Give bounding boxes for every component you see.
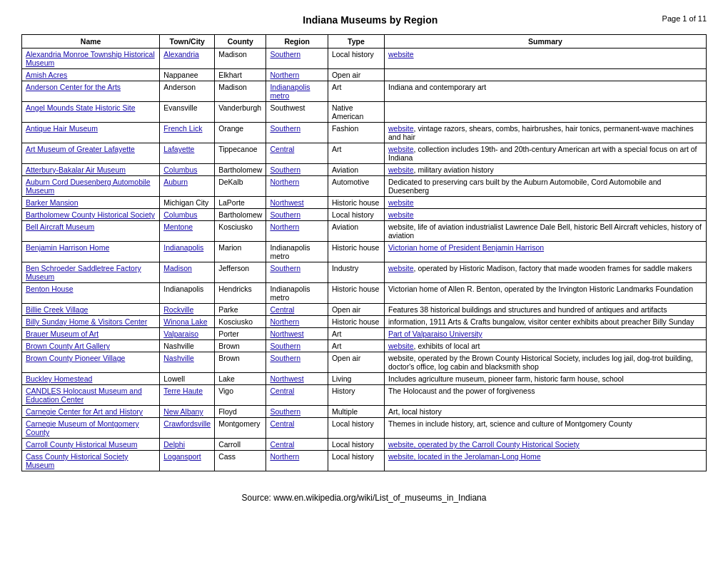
cell-town: New Albany [160, 406, 215, 418]
region-link[interactable]: Southern [270, 354, 300, 362]
museum-name-link[interactable]: Brauer Museum of Art [26, 329, 98, 338]
cell-summary [385, 69, 707, 81]
region-link[interactable]: Central [270, 387, 294, 395]
town-link[interactable]: Terre Haute [163, 387, 203, 395]
region-link[interactable]: Southern [270, 165, 300, 174]
museum-name-link[interactable]: Atterbury-Bakalar Air Museum [26, 165, 126, 174]
region-link[interactable]: Northern [270, 71, 299, 79]
museum-name-link[interactable]: Auburn Cord Duesenberg Automobile Museum [26, 178, 151, 195]
town-link[interactable]: Alexandria [163, 50, 199, 58]
town-link[interactable]: New Albany [163, 407, 203, 416]
cell-county: Vigo [215, 385, 266, 406]
summary-partial-link[interactable]: website [388, 165, 414, 174]
town-link[interactable]: Crawfordsville [163, 419, 211, 428]
town-link[interactable]: Madison [163, 264, 192, 272]
summary-link[interactable]: website, operated by the Carroll County … [388, 440, 580, 449]
museum-name-link[interactable]: Buckley Homestead [26, 374, 92, 383]
town-link[interactable]: Lafayette [163, 145, 194, 153]
page-number: Page 1 of 11 [662, 14, 707, 23]
town-link[interactable]: Valparaiso [163, 329, 198, 338]
cell-town: Nappanee [160, 69, 215, 81]
summary-partial-link[interactable]: website [388, 342, 414, 350]
region-link[interactable]: Northwest [270, 329, 303, 338]
town-link[interactable]: French Lick [163, 124, 202, 133]
museum-name-link[interactable]: Bartholomew County Historical Society [26, 210, 155, 219]
museum-name-link[interactable]: Billy Sunday Home & Visitors Center [26, 317, 147, 326]
summary-link[interactable]: website, located in the Jerolaman-Long H… [388, 452, 541, 461]
museum-name-link[interactable]: Barker Mansion [26, 198, 79, 207]
region-link[interactable]: Northern [270, 317, 299, 326]
summary-link[interactable]: website [388, 210, 414, 219]
region-link[interactable]: Central [270, 419, 294, 428]
cell-summary: Indiana and contemporary art [385, 81, 707, 102]
cell-summary: Includes agriculture museum, pioneer far… [385, 373, 707, 385]
cell-name: Brown County Pioneer Village [22, 352, 160, 373]
cell-summary: Dedicated to preserving cars built by th… [385, 176, 707, 197]
region-link[interactable]: Northern [270, 178, 299, 186]
museum-name-link[interactable]: Art Museum of Greater Lafayette [26, 145, 135, 153]
town-link[interactable]: Winona Lake [163, 317, 207, 326]
summary-link[interactable]: website [388, 198, 414, 207]
summary-partial-link[interactable]: website [388, 145, 414, 153]
cell-town: Indianapolis [160, 242, 215, 262]
region-link[interactable]: Northern [270, 452, 299, 461]
region-link[interactable]: Southern [270, 264, 300, 272]
table-row: Amish AcresNappaneeElkhartNorthernOpen a… [22, 69, 707, 81]
region-link[interactable]: Central [270, 145, 294, 153]
cell-region: Northern [266, 316, 328, 328]
museum-name-link[interactable]: Benjamin Harrison Home [26, 243, 109, 252]
cell-region: Indianapolis metro [266, 242, 328, 262]
region-link[interactable]: Northwest [270, 198, 303, 207]
town-link[interactable]: Indianapolis [163, 243, 203, 252]
town-link[interactable]: Delphi [163, 440, 185, 449]
summary-partial-link[interactable]: website [388, 124, 414, 133]
region-link[interactable]: Southern [270, 210, 300, 219]
museum-name-link[interactable]: Anderson Center for the Arts [26, 83, 121, 91]
cell-town: Lowell [160, 373, 215, 385]
museum-name-link[interactable]: Billie Creek Village [26, 305, 88, 314]
region-link[interactable]: Central [270, 440, 294, 449]
museum-name-link[interactable]: Carnegie Center for Art and History [26, 407, 143, 416]
cell-town: Nashville [160, 340, 215, 352]
town-link[interactable]: Mentone [163, 223, 193, 231]
museum-name-link[interactable]: Cass County Historical Society Museum [26, 452, 128, 469]
museum-name-link[interactable]: Angel Mounds State Historic Site [26, 103, 136, 112]
cell-summary: website [385, 197, 707, 209]
summary-partial-link[interactable]: website [388, 264, 414, 272]
region-link[interactable]: Northwest [270, 374, 303, 383]
town-link[interactable]: Logansport [163, 452, 201, 461]
town-link[interactable]: Rockville [163, 305, 193, 314]
museum-name-link[interactable]: Carroll County Historical Museum [26, 440, 137, 449]
region-link[interactable]: Central [270, 305, 294, 314]
summary-link[interactable]: website [388, 50, 414, 58]
region-link[interactable]: Southern [270, 50, 300, 58]
museum-name-link[interactable]: CANDLES Holocaust Museum and Education C… [26, 387, 142, 404]
museum-name-link[interactable]: Antique Hair Museum [26, 124, 98, 133]
museum-name-link[interactable]: Ben Schroeder Saddletree Factory Museum [26, 264, 141, 281]
region-link[interactable]: Southern [270, 407, 300, 416]
museum-name-link[interactable]: Bell Aircraft Museum [26, 223, 94, 231]
cell-region: Northern [266, 451, 328, 471]
region-link[interactable]: Indianapolis metro [270, 83, 310, 100]
cell-name: Atterbury-Bakalar Air Museum [22, 164, 160, 176]
region-link[interactable]: Southern [270, 124, 300, 133]
town-link[interactable]: Columbus [163, 165, 197, 174]
summary-link[interactable]: Victorian home of President Benjamin Har… [388, 243, 544, 252]
museum-name-link[interactable]: Brown County Art Gallery [26, 342, 110, 350]
cell-town: Nashville [160, 352, 215, 373]
town-link[interactable]: Columbus [163, 210, 197, 219]
cell-summary: The Holocaust and the power of forgivene… [385, 385, 707, 406]
museum-name-link[interactable]: Carnegie Museum of Montgomery County [26, 419, 139, 436]
region-link[interactable]: Southern [270, 342, 300, 350]
museum-name-link[interactable]: Brown County Pioneer Village [26, 354, 125, 362]
region-link[interactable]: Northern [270, 223, 299, 231]
table-row: Carnegie Museum of Montgomery CountyCraw… [22, 418, 707, 439]
summary-link[interactable]: Part of Valparaiso University [388, 329, 482, 338]
cell-type: Local history [328, 451, 384, 471]
town-link[interactable]: Nashville [163, 354, 194, 362]
museum-name-link[interactable]: Amish Acres [26, 71, 67, 79]
cell-name: Carroll County Historical Museum [22, 439, 160, 451]
town-link[interactable]: Auburn [163, 178, 188, 186]
museum-name-link[interactable]: Benton House [26, 285, 74, 293]
museum-name-link[interactable]: Alexandria Monroe Township Historical Mu… [26, 50, 155, 67]
